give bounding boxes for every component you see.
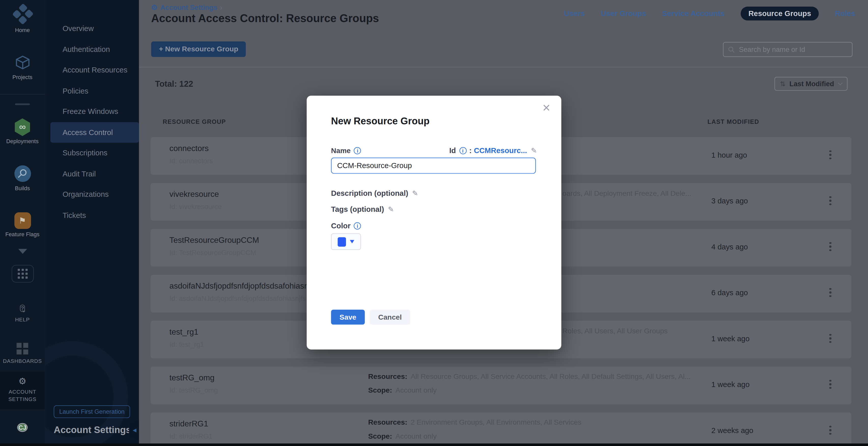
rail-label: Deployments bbox=[0, 138, 45, 144]
rail-item-feature-flags[interactable]: ⚑ Feature Flags bbox=[0, 212, 45, 237]
rail-label: SETTINGS bbox=[0, 396, 45, 402]
row-id: Id: TestResourceGroupCCM bbox=[169, 249, 256, 256]
sidebar-item-authentication[interactable]: Authentication bbox=[63, 39, 110, 59]
edit-pencil-icon[interactable]: ✎ bbox=[531, 146, 537, 155]
edit-pencil-icon[interactable]: ✎ bbox=[412, 189, 418, 198]
gear-icon: ⚙ bbox=[18, 377, 26, 386]
row-resources-fragment: Roles, All Users, All User Groups bbox=[562, 327, 668, 335]
sidebar-item-audit-trail[interactable]: Audit Trail bbox=[63, 164, 96, 184]
tab-users[interactable]: Users bbox=[564, 9, 585, 18]
rail-item-help[interactable]: ? HELP bbox=[0, 305, 45, 322]
tab-resource-groups-active[interactable]: Resource Groups bbox=[741, 7, 819, 20]
launch-first-generation-button[interactable]: Launch First Generation bbox=[54, 405, 130, 418]
color-picker-dropdown[interactable] bbox=[331, 233, 361, 250]
close-icon[interactable]: × bbox=[542, 101, 550, 114]
row-menu-kebab-icon[interactable] bbox=[826, 196, 835, 207]
sort-dropdown[interactable]: ⇅ Last Modified bbox=[774, 77, 847, 91]
table-row[interactable]: testRG_omg Id: testRG_omg Resources:All … bbox=[151, 367, 851, 404]
flag-icon: ⚑ bbox=[14, 212, 31, 229]
row-name: vivekresource bbox=[169, 190, 219, 199]
cancel-button[interactable]: Cancel bbox=[370, 310, 410, 325]
tab-service-accounts[interactable]: Service Accounts bbox=[662, 9, 724, 18]
id-value-link[interactable]: CCMResourc... bbox=[474, 146, 527, 155]
sidebar-item-overview[interactable]: Overview bbox=[63, 18, 94, 39]
row-id: Id: asdoifaNJdsfjopdfsnfdjopfdsdsafohias… bbox=[169, 295, 313, 302]
sidebar-title: Account Settings bbox=[54, 425, 131, 436]
row-menu-kebab-icon[interactable] bbox=[826, 242, 835, 253]
save-button[interactable]: Save bbox=[331, 310, 365, 325]
sidebar-item-policies[interactable]: Policies bbox=[63, 80, 88, 101]
chevron-left-icon: ◀ bbox=[133, 427, 136, 433]
edit-pencil-icon[interactable]: ✎ bbox=[388, 205, 394, 214]
account-settings-sidebar: Overview Authentication Account Resource… bbox=[45, 0, 139, 446]
harness-account-settings-page: Home Projects ∞ Deployments Builds bbox=[0, 0, 868, 446]
sidebar-item-organizations[interactable]: Organizations bbox=[63, 184, 109, 204]
resources-label: Resources: bbox=[368, 418, 407, 426]
row-name: test_rg1 bbox=[169, 327, 198, 336]
row-scope: Scope:Account only bbox=[368, 386, 437, 394]
info-icon: i bbox=[459, 147, 466, 154]
rail-label: HELP bbox=[0, 316, 45, 322]
rail-item-account-settings[interactable]: ⚙ ACCOUNT SETTINGS bbox=[0, 376, 45, 402]
sidebar-item-account-resources[interactable]: Account Resources bbox=[63, 60, 127, 80]
rail-label: Projects bbox=[0, 74, 45, 80]
rail-item-dashboards[interactable]: DASHBOARDS bbox=[0, 343, 45, 364]
name-input[interactable] bbox=[331, 158, 536, 174]
help-chat-icon: ? bbox=[20, 305, 25, 312]
dashboards-icon bbox=[17, 343, 28, 354]
gear-icon: ⚙ bbox=[151, 3, 158, 12]
row-menu-kebab-icon[interactable] bbox=[826, 334, 835, 345]
sidebar-item-subscriptions[interactable]: Subscriptions bbox=[63, 143, 107, 163]
column-header-resource-group: RESOURCE GROUP bbox=[163, 118, 226, 125]
row-id: Id: test_rg1 bbox=[169, 341, 204, 348]
rail-item-home[interactable]: Home bbox=[0, 6, 45, 33]
description-label: Description (optional) bbox=[331, 189, 408, 198]
tags-label: Tags (optional) bbox=[331, 205, 384, 214]
caret-down-icon bbox=[350, 240, 354, 243]
tab-roles[interactable]: Roles bbox=[835, 9, 855, 18]
row-last-modified: 4 days ago bbox=[711, 243, 748, 251]
breadcrumb[interactable]: ⚙Account Settings› bbox=[151, 3, 222, 12]
row-resources: Resources:All Resource Groups, All Servi… bbox=[368, 372, 690, 381]
new-resource-group-button[interactable]: + New Resource Group bbox=[151, 41, 246, 57]
row-last-modified: 1 week ago bbox=[711, 380, 750, 389]
row-last-modified: 1 hour ago bbox=[711, 151, 747, 160]
new-resource-group-modal: × New Resource Group Name i Id i : CCMRe… bbox=[307, 96, 561, 349]
color-swatch bbox=[338, 237, 346, 246]
row-menu-kebab-icon[interactable] bbox=[826, 380, 835, 391]
tab-user-groups[interactable]: User Groups bbox=[601, 9, 646, 18]
search-box[interactable] bbox=[723, 42, 852, 57]
sidebar-item-access-control[interactable]: Access Control bbox=[63, 122, 113, 142]
cube-icon bbox=[14, 54, 31, 71]
row-menu-kebab-icon[interactable] bbox=[826, 288, 835, 299]
row-menu-kebab-icon[interactable] bbox=[826, 426, 835, 437]
deployments-hexagon-icon: ∞ bbox=[13, 118, 31, 136]
row-last-modified: 2 weeks ago bbox=[711, 426, 753, 435]
rail-more-modules[interactable] bbox=[0, 254, 45, 260]
row-id: Id: connectors bbox=[169, 157, 213, 165]
rail-item-deployments[interactable]: ∞ Deployments bbox=[0, 118, 45, 144]
rail-item-projects[interactable]: Projects bbox=[0, 54, 45, 80]
sidebar-item-tickets[interactable]: Tickets bbox=[63, 205, 86, 225]
sidebar-item-freeze-windows[interactable]: Freeze Windows bbox=[63, 101, 118, 122]
breadcrumb-link[interactable]: Account Settings bbox=[160, 4, 217, 11]
chevron-down-icon bbox=[18, 249, 27, 260]
rail-label: ACCOUNT bbox=[0, 389, 45, 395]
search-input[interactable] bbox=[738, 45, 848, 54]
color-label: Color bbox=[331, 222, 350, 230]
row-menu-kebab-icon[interactable] bbox=[826, 150, 835, 162]
row-id: Id: testRG_omg bbox=[169, 386, 218, 394]
rail-item-builds[interactable]: Builds bbox=[0, 165, 45, 191]
rail-user-avatar[interactable]: CJ bbox=[0, 420, 45, 435]
sidebar-collapse-button[interactable]: ◀ bbox=[129, 419, 139, 441]
avatar: CJ bbox=[17, 423, 27, 432]
table-row[interactable]: striderRG1 Id: striderRG1 Resources:2 En… bbox=[151, 412, 851, 446]
window-bottom-edge bbox=[0, 443, 868, 446]
rail-label: Feature Flags bbox=[0, 231, 45, 237]
name-label: Name bbox=[331, 146, 350, 155]
builds-magnifier-icon bbox=[14, 165, 31, 182]
rail-module-grid-button[interactable] bbox=[0, 265, 45, 283]
page-title: Account Access Control: Resource Groups bbox=[151, 12, 379, 25]
scope-label: Scope: bbox=[368, 386, 392, 394]
toolbar-divider bbox=[138, 67, 868, 67]
